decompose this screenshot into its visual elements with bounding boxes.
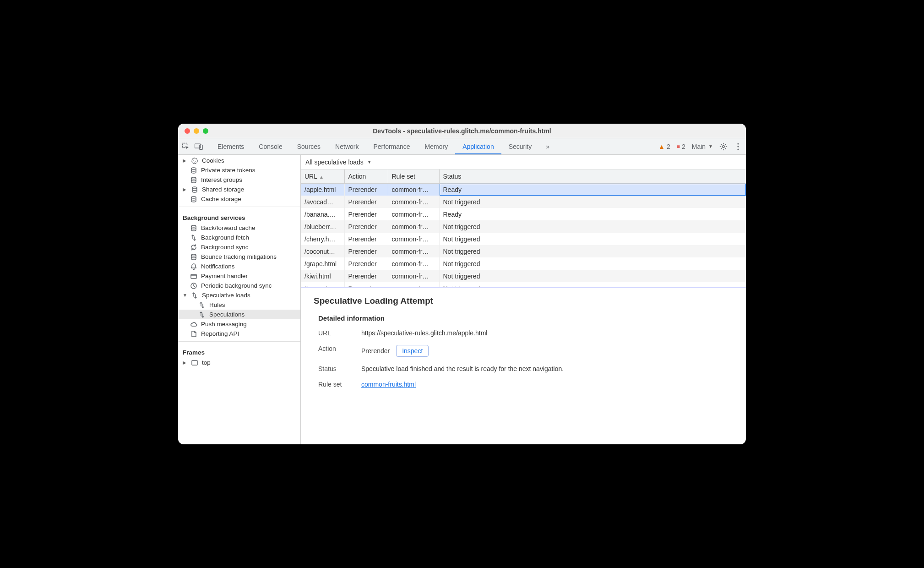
detail-ruleset-link[interactable]: common-fruits.html [361, 381, 416, 388]
filter-label: All speculative loads [305, 158, 364, 166]
sidebar-item-push-messaging[interactable]: Push messaging [178, 319, 300, 329]
cell-status: Ready [439, 183, 746, 196]
frame-icon [191, 359, 198, 366]
sidebar-item-background-fetch[interactable]: Background fetch [178, 233, 300, 242]
column-header-action[interactable]: Action [344, 169, 388, 183]
sidebar-item-label: Bounce tracking mitigations [201, 253, 277, 260]
svg-point-6 [737, 148, 739, 150]
tab-sources[interactable]: Sources [290, 138, 328, 154]
cell-action: Prerender [344, 208, 388, 220]
cell-ruleset: common-fr… [388, 282, 439, 288]
table-row[interactable]: /grape.htmlPrerendercommon-fr…Not trigge… [301, 257, 746, 270]
zoom-window-button[interactable] [203, 128, 208, 134]
table-row[interactable]: /avocad…Prerendercommon-fr…Not triggered [301, 196, 746, 208]
sidebar-item-periodic-background-sync[interactable]: Periodic background sync [178, 281, 300, 290]
issues-indicator[interactable]: ■ 2 [677, 143, 685, 150]
svg-point-15 [191, 225, 196, 227]
db-icon [190, 196, 197, 203]
cell-action: Prerender [344, 183, 388, 196]
svg-point-12 [191, 177, 196, 179]
sidebar-item-top[interactable]: ▶top [178, 358, 300, 367]
cell-action: Prerender [344, 257, 388, 270]
target-dropdown[interactable]: Main ▼ [692, 143, 713, 150]
warnings-indicator[interactable]: ▲ 2 [658, 143, 670, 150]
clock-icon [190, 282, 197, 289]
sidebar-item-cookies[interactable]: ▶Cookies [178, 156, 300, 165]
sidebar-item-rules[interactable]: Rules [178, 300, 300, 310]
target-label: Main [692, 143, 706, 150]
inspect-element-icon[interactable] [182, 142, 190, 151]
sidebar-item-label: Rules [209, 301, 225, 308]
inspect-button[interactable]: Inspect [396, 345, 429, 357]
tab-application[interactable]: Application [455, 138, 501, 154]
cell-status: Not triggered [439, 257, 746, 270]
minimize-window-button[interactable] [194, 128, 199, 134]
table-row[interactable]: /lemon.h…Prerendercommon-fr…Not triggere… [301, 282, 746, 288]
tabs-overflow-icon[interactable]: » [544, 142, 552, 151]
cell-status: Not triggered [439, 245, 746, 257]
arrows-icon [190, 234, 197, 241]
table-row[interactable]: /kiwi.htmlPrerendercommon-fr…Not trigger… [301, 270, 746, 282]
cell-ruleset: common-fr… [388, 220, 439, 233]
svg-point-5 [737, 146, 739, 147]
tab-memory[interactable]: Memory [418, 138, 456, 154]
sidebar-item-label: Cookies [202, 157, 224, 164]
sidebar-item-label: Background fetch [201, 234, 249, 241]
sidebar-item-back-forward-cache[interactable]: Back/forward cache [178, 223, 300, 233]
details-section-title: Detailed information [318, 314, 733, 322]
table-row[interactable]: /blueberr…Prerendercommon-fr…Not trigger… [301, 220, 746, 233]
tab-elements[interactable]: Elements [210, 138, 251, 154]
sidebar-item-speculative-loads[interactable]: ▼Speculative loads [178, 290, 300, 300]
speculative-loads-filter-dropdown[interactable]: All speculative loads ▼ [305, 158, 372, 166]
cell-ruleset: common-fr… [388, 233, 439, 245]
sidebar-item-payment-handler[interactable]: Payment handler [178, 271, 300, 281]
sidebar-item-shared-storage[interactable]: ▶Shared storage [178, 185, 300, 194]
cell-ruleset: common-fr… [388, 208, 439, 220]
settings-gear-icon[interactable] [719, 142, 728, 151]
tab-console[interactable]: Console [251, 138, 289, 154]
column-header-status[interactable]: Status [439, 169, 746, 183]
sidebar-item-label: top [202, 359, 211, 366]
cell-ruleset: common-fr… [388, 257, 439, 270]
cell-ruleset: common-fr… [388, 245, 439, 257]
sidebar-item-label: Interest groups [201, 176, 242, 183]
sidebar-item-bounce-tracking-mitigations[interactable]: Bounce tracking mitigations [178, 252, 300, 262]
close-window-button[interactable] [185, 128, 190, 134]
devtools-window: DevTools - speculative-rules.glitch.me/c… [178, 124, 746, 444]
tab-performance[interactable]: Performance [366, 138, 417, 154]
table-row[interactable]: /cherry.h…Prerendercommon-fr…Not trigger… [301, 233, 746, 245]
cell-ruleset: common-fr… [388, 270, 439, 282]
device-toolbar-icon[interactable] [195, 142, 203, 151]
expand-arrow-icon: ▼ [183, 293, 187, 298]
column-header-rule-set[interactable]: Rule set [388, 169, 439, 183]
cell-ruleset: common-fr… [388, 183, 439, 196]
cell-url: /avocad… [301, 196, 344, 208]
sync-icon [190, 244, 197, 251]
tab-security[interactable]: Security [501, 138, 539, 154]
sidebar-item-private-state-tokens[interactable]: Private state tokens [178, 165, 300, 175]
sidebar-item-label: Speculative loads [202, 292, 250, 299]
sidebar-item-cache-storage[interactable]: Cache storage [178, 194, 300, 204]
sidebar-item-interest-groups[interactable]: Interest groups [178, 175, 300, 185]
speculations-table-wrapper[interactable]: URL▲ActionRule setStatus /apple.htmlPrer… [301, 169, 746, 288]
tab-network[interactable]: Network [328, 138, 366, 154]
cell-url: /grape.html [301, 257, 344, 270]
cell-action: Prerender [344, 196, 388, 208]
sidebar-item-reporting-api[interactable]: Reporting API [178, 329, 300, 339]
svg-point-7 [192, 158, 197, 164]
sidebar-section-background-services: Background services [178, 210, 300, 223]
table-row[interactable]: /coconut…Prerendercommon-fr…Not triggere… [301, 245, 746, 257]
table-row[interactable]: /apple.htmlPrerendercommon-fr…Ready [301, 183, 746, 196]
sidebar-item-speculations[interactable]: Speculations [178, 310, 300, 319]
sidebar-item-background-sync[interactable]: Background sync [178, 242, 300, 252]
db-icon [191, 186, 198, 193]
arrows-icon [198, 311, 206, 318]
details-heading: Speculative Loading Attempt [314, 296, 733, 306]
column-header-url[interactable]: URL▲ [301, 169, 344, 183]
table-row[interactable]: /banana.…Prerendercommon-fr…Ready [301, 208, 746, 220]
cell-status: Not triggered [439, 233, 746, 245]
kebab-menu-icon[interactable] [734, 142, 742, 151]
arrows-icon [198, 301, 206, 309]
sidebar-item-notifications[interactable]: Notifications [178, 262, 300, 271]
detail-status-label: Status [318, 365, 355, 372]
